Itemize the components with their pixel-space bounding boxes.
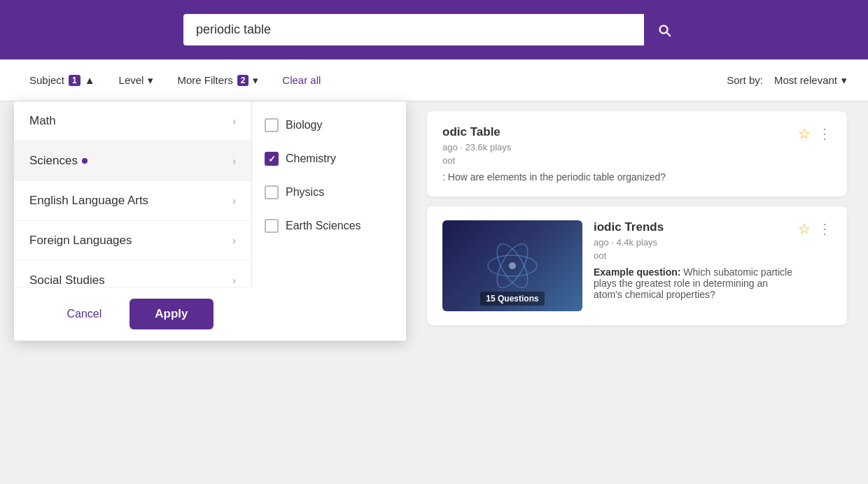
result-actions-1: ☆ ⋮ (798, 125, 832, 142)
result-source-1: oot (442, 155, 798, 166)
result-card-1: odic Table ago · 23.6k plays oot : How a… (427, 111, 847, 197)
search-bar (182, 13, 686, 47)
subject-panel: Math › Sciences › English Language Arts … (14, 101, 252, 341)
dropdown-footer: Cancel Apply (14, 287, 252, 341)
chevron-right-icon: › (232, 195, 236, 206)
subject-item-english[interactable]: English Language Arts › (14, 181, 251, 221)
biology-checkbox[interactable] (265, 118, 279, 132)
sub-item-physics[interactable]: Physics (252, 176, 406, 209)
more-filters-badge: 2 (237, 75, 249, 86)
result-actions-2: ☆ ⋮ (798, 220, 832, 237)
sort-select[interactable]: Most relevant ▾ (774, 74, 847, 87)
subject-dropdown: Math › Sciences › English Language Arts … (14, 101, 406, 341)
result-question-2: Example question: Which subatomic partic… (594, 266, 798, 300)
subject-filter-button[interactable]: Subject 1 ▲ (21, 69, 104, 92)
result-card-2: 15 Questions iodic Trends ago · 4.4k pla… (427, 206, 847, 325)
subject-label: Subject (29, 74, 64, 86)
sciences-active-dot (82, 158, 88, 164)
subject-math-label: Math (29, 114, 56, 128)
physics-label: Physics (286, 186, 324, 199)
more-menu-icon-2[interactable]: ⋮ (818, 220, 832, 237)
cancel-button[interactable]: Cancel (52, 301, 115, 327)
sub-item-biology[interactable]: Biology (252, 108, 406, 142)
result-meta-2: ago · 4.4k plays (594, 237, 798, 248)
result-content-2: iodic Trends ago · 4.4k plays oot Exampl… (582, 220, 798, 300)
search-icon (657, 22, 672, 38)
subject-item-math[interactable]: Math › (14, 101, 251, 141)
chemistry-checkbox[interactable] (265, 152, 279, 166)
subject-badge: 1 (69, 75, 80, 86)
star-icon-2[interactable]: ☆ (798, 220, 811, 237)
more-menu-icon-1[interactable]: ⋮ (818, 125, 832, 142)
atom-illustration (484, 238, 540, 294)
more-filters-button[interactable]: More Filters 2 ▾ (169, 69, 267, 92)
example-question-label: Example question: (594, 266, 680, 278)
biology-label: Biology (286, 119, 322, 131)
subject-chevron-up-icon: ▲ (85, 74, 95, 86)
result-source-2: oot (594, 250, 798, 261)
sub-panel: Biology Chemistry Physics Earth Sciences (252, 101, 406, 341)
header (0, 0, 868, 59)
subject-item-sciences[interactable]: Sciences › (14, 141, 251, 181)
more-filters-chevron-icon: ▾ (253, 74, 258, 87)
subject-item-foreign[interactable]: Foreign Languages › (14, 221, 251, 261)
chevron-right-icon: › (232, 235, 236, 246)
earth-sciences-checkbox[interactable] (265, 219, 279, 233)
svg-point-3 (509, 262, 516, 269)
earth-sciences-label: Earth Sciences (286, 220, 361, 232)
result-meta-1: ago · 23.6k plays (442, 142, 798, 152)
chemistry-label: Chemistry (286, 152, 336, 165)
result-title-1: odic Table (442, 125, 798, 139)
result-question-1: : How are elements in the periodic table… (442, 171, 798, 183)
star-icon-1[interactable]: ☆ (798, 125, 811, 142)
level-label: Level (119, 74, 144, 86)
chevron-right-icon: › (232, 155, 236, 166)
sort-by-label: Sort by: (727, 74, 763, 86)
search-button[interactable] (643, 14, 685, 45)
sub-item-earth-sciences[interactable]: Earth Sciences (252, 209, 406, 243)
questions-count-label: 15 Questions (480, 292, 544, 306)
chevron-right-icon: › (232, 275, 236, 286)
physics-checkbox[interactable] (265, 185, 279, 199)
clear-all-button[interactable]: Clear all (274, 69, 329, 92)
apply-button[interactable]: Apply (130, 299, 213, 329)
result-content-1: odic Table ago · 23.6k plays oot : How a… (442, 125, 798, 183)
content-area: Math › Sciences › English Language Arts … (0, 101, 868, 345)
sort-chevron-icon: ▾ (841, 74, 847, 87)
sub-item-chemistry[interactable]: Chemistry (252, 142, 406, 176)
result-image-2: 15 Questions (442, 220, 582, 311)
filter-bar: Subject 1 ▲ Level ▾ More Filters 2 ▾ Cle… (0, 59, 868, 101)
subject-social-label: Social Studies (29, 273, 105, 287)
subject-foreign-label: Foreign Languages (29, 234, 132, 248)
chevron-right-icon: › (232, 115, 236, 127)
level-filter-button[interactable]: Level ▾ (111, 69, 162, 92)
sort-value: Most relevant (774, 74, 837, 86)
search-input[interactable] (183, 14, 643, 45)
subject-sciences-label: Sciences (29, 154, 78, 168)
more-filters-label: More Filters (177, 74, 232, 86)
subject-english-label: English Language Arts (29, 194, 148, 208)
level-chevron-icon: ▾ (148, 74, 153, 87)
result-title-2: iodic Trends (594, 220, 798, 234)
results-area: odic Table ago · 23.6k plays oot : How a… (406, 101, 868, 345)
